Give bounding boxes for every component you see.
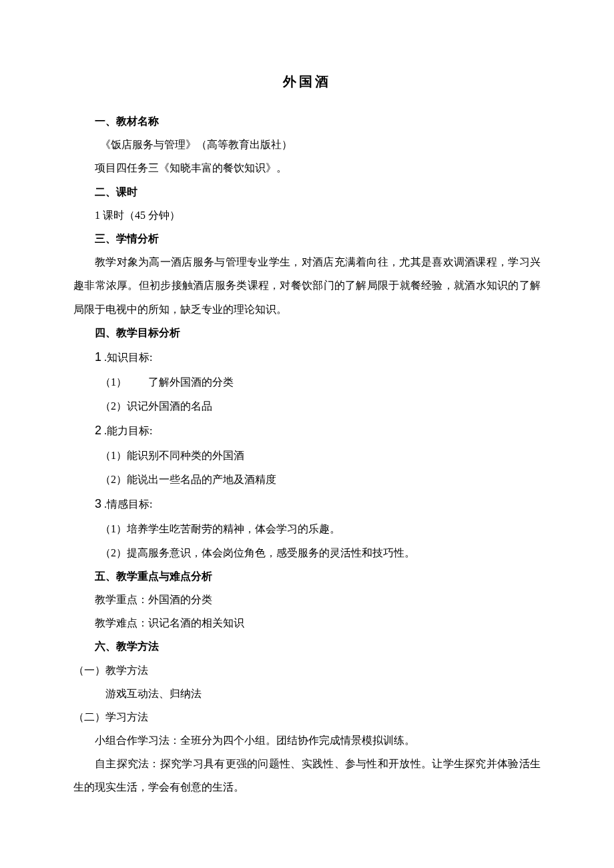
teaching-method-label: （一）教学方法 [73,659,541,682]
goal-knowledge-num: 1 [95,350,101,364]
student-analysis: 教学对象为高一酒店服务与管理专业学生，对酒店充满着向往，尤其是喜欢调酒课程，学习… [73,250,541,321]
goal-knowledge-item-2: （2）识记外国酒的名品 [73,394,541,418]
goal-ability-text: .能力目标: [101,425,152,436]
goal-emotion-text: .情感目标: [101,498,152,510]
goal-ability-label: 2 .能力目标: [73,418,541,444]
teaching-method-text: 游戏互动法、归纳法 [73,682,541,705]
section-1-heading: 一、教材名称 [73,109,541,133]
goal-emotion-label: 3 .情感目标: [73,491,541,518]
textbook-task: 项目四任务三《知晓丰富的餐饮知识》。 [73,156,541,179]
teaching-focus: 教学重点：外国酒的分类 [73,588,541,611]
learning-method-text-1: 小组合作学习法：全班分为四个小组。团结协作完成情景模拟训练。 [73,729,541,752]
class-hours: 1 课时（45 分钟） [73,203,541,227]
section-2-heading: 二、课时 [73,180,541,203]
section-6-heading: 六、教学方法 [73,634,541,658]
page-title: 外国酒 [73,67,541,96]
section-5-heading: 五、教学重点与难点分析 [73,564,541,588]
section-3-heading: 三、学情分析 [73,227,541,250]
goal-knowledge-item-1: （1） 了解外国酒的分类 [73,370,541,394]
goal-emotion-item-1: （1）培养学生吃苦耐劳的精神，体会学习的乐趣。 [73,517,541,540]
goal-ability-item-2: （2）能说出一些名品的产地及酒精度 [73,468,541,491]
goal-knowledge-text: .知识目标: [101,352,152,363]
goal-ability-item-1: （1）能识别不同种类的外国酒 [73,444,541,467]
textbook-name: 《饭店服务与管理》（高等教育出版社） [73,133,541,156]
learning-method-label: （二）学习方法 [73,705,541,729]
learning-method-text-2: 自主探究法：探究学习具有更强的问题性、实践性、参与性和开放性。让学生探究并体验活… [73,752,541,799]
goal-ability-num: 2 [95,424,101,437]
goal-knowledge-label: 1 .知识目标: [73,344,541,371]
goal-emotion-num: 3 [95,497,101,510]
section-4-heading: 四、教学目标分析 [73,321,541,344]
teaching-difficulty: 教学难点：识记名酒的相关知识 [73,611,541,634]
goal-emotion-item-2: （2）提高服务意识，体会岗位角色，感受服务的灵活性和技巧性。 [73,541,541,564]
